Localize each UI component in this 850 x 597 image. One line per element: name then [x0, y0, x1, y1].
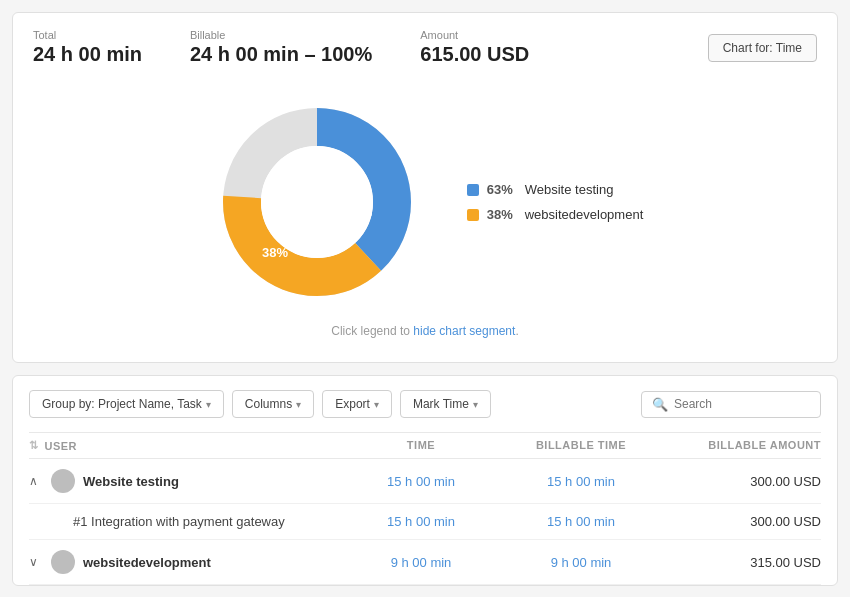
summary-row: Total 24 h 00 min Billable 24 h 00 min –…	[33, 29, 817, 66]
svg-point-3	[261, 146, 373, 258]
time-val-3: 9 h 00 min	[341, 555, 501, 570]
svg-text:38%: 38%	[262, 245, 288, 260]
report-card: Group by: Project Name, Task ▾ Columns ▾…	[12, 375, 838, 586]
legend-item-websitedevelopment[interactable]: 38% websitedevelopment	[467, 207, 644, 222]
billable-time-val-1: 15 h 00 min	[501, 474, 661, 489]
amount-summary: Amount 615.00 USD	[420, 29, 529, 66]
svg-text:63%: 63%	[346, 205, 372, 220]
amount-value: 615.00 USD	[420, 43, 529, 66]
export-arrow-icon: ▾	[374, 399, 379, 410]
row-name-websitedev: ∨ websitedevelopment	[29, 550, 341, 574]
billable-time-val-3: 9 h 00 min	[501, 555, 661, 570]
table-row: ∨ websitedevelopment 9 h 00 min 9 h 00 m…	[29, 540, 821, 585]
col-billable-amount: BILLABLE AMOUNT	[661, 439, 821, 452]
chart-row: 38% 63% 63% Website testing 38% websited…	[207, 92, 644, 312]
billable-summary: Billable 24 h 00 min – 100%	[190, 29, 372, 66]
task-name-1: #1 Integration with payment gateway	[29, 514, 285, 529]
time-val-1: 15 h 00 min	[341, 474, 501, 489]
table-row: #1 Integration with payment gateway 15 h…	[29, 504, 821, 540]
billable-time-val-task-1: 15 h 00 min	[501, 514, 661, 529]
chart-time-button[interactable]: Chart for: Time	[708, 34, 817, 62]
billable-label: Billable	[190, 29, 372, 41]
legend-dot-orange	[467, 209, 479, 221]
toolbar: Group by: Project Name, Task ▾ Columns ▾…	[29, 390, 821, 418]
legend-item-website-testing[interactable]: 63% Website testing	[467, 182, 644, 197]
legend-pct-2: 38%	[487, 207, 517, 222]
row-toggle-3[interactable]: ∨	[29, 555, 43, 569]
row-name-task-1: #1 Integration with payment gateway	[29, 514, 341, 529]
hide-segment-link[interactable]: hide chart segment	[413, 324, 515, 338]
search-icon: 🔍	[652, 397, 668, 412]
row-toggle-1[interactable]: ∧	[29, 474, 43, 488]
columns-label: Columns	[245, 397, 292, 411]
total-value: 24 h 00 min	[33, 43, 142, 66]
mark-time-arrow-icon: ▾	[473, 399, 478, 410]
sort-icon: ⇅	[29, 439, 39, 452]
amount-val-3: 315.00 USD	[661, 555, 821, 570]
col-billable-time: BILLABLE TIME	[501, 439, 661, 452]
summary-card: Total 24 h 00 min Billable 24 h 00 min –…	[12, 12, 838, 363]
legend-label-1: Website testing	[525, 182, 614, 197]
mark-time-button[interactable]: Mark Time ▾	[400, 390, 491, 418]
time-val-task-1: 15 h 00 min	[341, 514, 501, 529]
legend-pct-1: 63%	[487, 182, 517, 197]
project-name-1: Website testing	[83, 474, 179, 489]
col-user: ⇅ USER	[29, 439, 341, 452]
project-name-3: websitedevelopment	[83, 555, 211, 570]
col-time: TIME	[341, 439, 501, 452]
group-by-label: Group by: Project Name, Task	[42, 397, 202, 411]
group-by-arrow-icon: ▾	[206, 399, 211, 410]
billable-value: 24 h 00 min – 100%	[190, 43, 372, 66]
total-summary: Total 24 h 00 min	[33, 29, 142, 66]
chart-hint: Click legend to hide chart segment.	[331, 324, 518, 338]
avatar-website-testing	[51, 469, 75, 493]
export-label: Export	[335, 397, 370, 411]
donut-chart: 38% 63%	[207, 92, 427, 312]
total-label: Total	[33, 29, 142, 41]
columns-button[interactable]: Columns ▾	[232, 390, 314, 418]
table-header: ⇅ USER TIME BILLABLE TIME BILLABLE AMOUN…	[29, 432, 821, 459]
search-box: 🔍	[641, 391, 821, 418]
table-row: ∧ Website testing 15 h 00 min 15 h 00 mi…	[29, 459, 821, 504]
export-button[interactable]: Export ▾	[322, 390, 392, 418]
chart-legend: 63% Website testing 38% websitedevelopme…	[467, 182, 644, 222]
group-by-button[interactable]: Group by: Project Name, Task ▾	[29, 390, 224, 418]
columns-arrow-icon: ▾	[296, 399, 301, 410]
avatar-websitedev	[51, 550, 75, 574]
chart-area: 38% 63% 63% Website testing 38% websited…	[33, 82, 817, 346]
amount-val-task-1: 300.00 USD	[661, 514, 821, 529]
search-input[interactable]	[674, 397, 810, 411]
amount-val-1: 300.00 USD	[661, 474, 821, 489]
mark-time-label: Mark Time	[413, 397, 469, 411]
amount-label: Amount	[420, 29, 529, 41]
legend-label-2: websitedevelopment	[525, 207, 644, 222]
legend-dot-blue	[467, 184, 479, 196]
row-name-website-testing: ∧ Website testing	[29, 469, 341, 493]
